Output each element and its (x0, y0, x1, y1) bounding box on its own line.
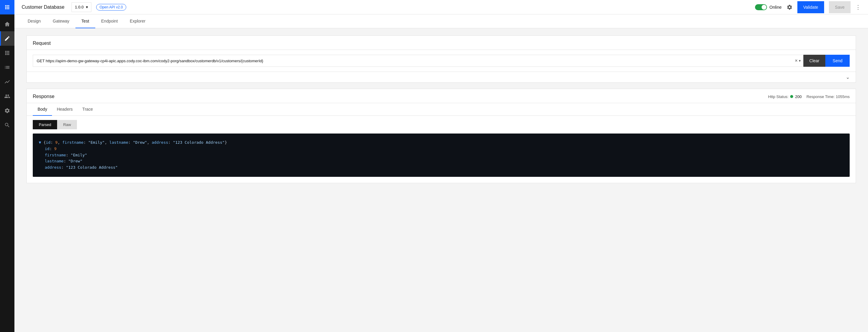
settings-button[interactable] (786, 4, 793, 10)
url-input[interactable] (33, 59, 795, 63)
raw-button[interactable]: Raw (57, 120, 77, 129)
tab-endpoint[interactable]: Endpoint (95, 14, 124, 28)
json-output: ▼ {id: 9, firstname: "Emily", lastname: … (33, 133, 850, 177)
version-value: 1.0.0 (75, 5, 84, 9)
sidebar-item-settings[interactable] (0, 103, 14, 118)
http-status-label: Http Status: (768, 94, 789, 99)
main-content: Customer Database 1.0.0 ▾ Open API v2.0 … (14, 0, 868, 332)
resp-tab-trace[interactable]: Trace (78, 103, 98, 116)
parsed-button[interactable]: Parsed (33, 120, 57, 129)
sidebar-logo[interactable] (0, 0, 14, 14)
version-chevron-icon: ▾ (86, 5, 88, 9)
toggle-switch[interactable] (755, 4, 767, 10)
sidebar-item-edit[interactable] (0, 31, 14, 46)
view-toggle: Parsed Raw (33, 120, 850, 129)
more-options-button[interactable]: ⋮ (856, 4, 861, 10)
tab-gateway[interactable]: Gateway (47, 14, 75, 28)
sidebar-item-home[interactable] (0, 17, 14, 31)
clear-button[interactable]: Clear (803, 55, 825, 67)
response-title: Response (33, 94, 54, 99)
request-title: Request (27, 36, 856, 50)
sidebar-item-chart[interactable] (0, 74, 14, 89)
json-key-id: id (45, 147, 50, 151)
sidebar-item-users[interactable] (0, 89, 14, 103)
tabbar: Design Gateway Test Endpoint Explorer (14, 14, 868, 28)
sidebar-item-search[interactable] (0, 118, 14, 132)
request-row: × ▾ Clear Send (27, 50, 856, 72)
open-api-badge[interactable]: Open API v2.0 (96, 4, 126, 10)
json-id-value: 9 (55, 140, 58, 145)
response-tabs: Body Headers Trace (27, 103, 856, 116)
online-toggle[interactable]: Online (755, 4, 781, 10)
response-meta: Http Status: 200 Response Time: 1055ms (768, 94, 850, 99)
response-time-label: Response Time: (806, 94, 835, 99)
validate-button[interactable]: Validate (797, 1, 825, 13)
response-time: Response Time: 1055ms (806, 94, 850, 99)
status-dot-icon (790, 95, 793, 98)
tab-explorer[interactable]: Explorer (124, 14, 152, 28)
tab-test[interactable]: Test (75, 14, 95, 28)
request-card: Request × ▾ Clear Send ⌄ (26, 35, 856, 83)
version-selector[interactable]: 1.0.0 ▾ (71, 2, 91, 12)
tab-design[interactable]: Design (22, 14, 47, 28)
send-button[interactable]: Send (825, 55, 850, 67)
url-expand-icon[interactable]: ▾ (799, 59, 801, 63)
status-code: 200 (795, 94, 802, 99)
json-val-address: "123 Colorado Address" (66, 165, 118, 170)
url-controls: × ▾ (795, 58, 803, 63)
json-key-address: address (45, 165, 61, 170)
expand-icon[interactable]: ⌄ (846, 74, 850, 80)
page-content: Request × ▾ Clear Send ⌄ Response (14, 28, 868, 332)
response-card: Response Http Status: 200 Response Time:… (26, 89, 856, 183)
json-key-firstname: firstname (45, 153, 66, 157)
json-val-firstname: "Emily" (71, 153, 87, 157)
resp-tab-body[interactable]: Body (33, 103, 52, 116)
sidebar (0, 0, 14, 332)
response-header-row: Response Http Status: 200 Response Time:… (27, 89, 856, 103)
sidebar-item-list[interactable] (0, 60, 14, 74)
http-status: Http Status: 200 (768, 94, 802, 99)
topbar: Customer Database 1.0.0 ▾ Open API v2.0 … (14, 0, 868, 14)
json-expanded: id: 9 firstname: "Emily" lastname: "Drew… (39, 146, 844, 171)
url-input-wrapper: × ▾ (33, 55, 803, 67)
url-clear-icon[interactable]: × (795, 58, 797, 63)
json-key-lastname: lastname (45, 159, 64, 163)
online-label: Online (769, 5, 781, 10)
sidebar-item-apps[interactable] (0, 46, 14, 60)
json-val-id: 9 (54, 147, 57, 151)
save-button[interactable]: Save (829, 1, 850, 13)
resp-tab-headers[interactable]: Headers (52, 103, 78, 116)
json-val-lastname: "Drew" (68, 159, 82, 163)
expand-row: ⌄ (27, 72, 856, 82)
app-title: Customer Database (22, 4, 64, 10)
json-collapse-icon[interactable]: ▼ (39, 140, 43, 145)
response-time-value: 1055ms (836, 94, 850, 99)
